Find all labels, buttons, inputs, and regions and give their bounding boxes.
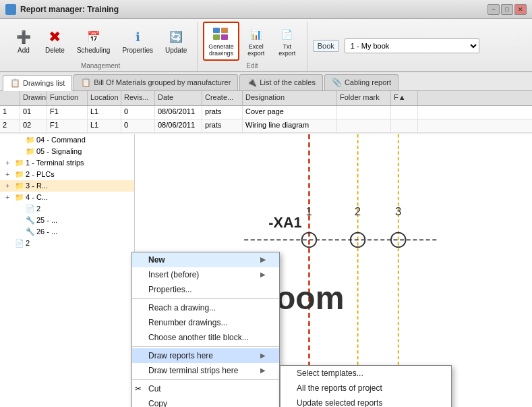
expand-icon: + (5, 182, 13, 190)
doc-icon: 📄 (26, 205, 35, 213)
tab-bill-of-materials[interactable]: 📋 Bill Of Materials grouped by manufactu… (73, 74, 238, 90)
reports-submenu: Select templates... All the reports of p… (280, 365, 452, 407)
row2-num: 2 (0, 119, 20, 132)
folder-icon: 📁 (26, 136, 35, 144)
expand-icon: + (5, 159, 13, 167)
delete-button[interactable]: ✖ Delete (40, 25, 69, 57)
excel-export-label: Excelexport (247, 44, 264, 57)
submenu-all-reports[interactable]: All the reports of project (280, 381, 451, 396)
row1-revision: 0 (121, 106, 155, 119)
maximize-button[interactable]: □ (501, 4, 513, 15)
tree-label: 2 (26, 239, 30, 247)
ctx-cut[interactable]: ✂ Cut (132, 381, 279, 396)
tree-panel: 📁 04 - Command 📁 05 - Signaling + 📁 1 - … (0, 134, 135, 407)
col-folder: Folder mark (337, 91, 391, 105)
management-buttons: ➕ Add ✖ Delete 📅 Scheduling ℹ Properties… (9, 22, 191, 61)
scheduling-button[interactable]: 📅 Scheduling (72, 25, 115, 57)
scheduling-label: Scheduling (77, 47, 110, 55)
ctx-properties[interactable]: Properties... (132, 282, 279, 297)
minimize-button[interactable]: − (487, 4, 500, 15)
ctx-copy[interactable]: Copy (132, 396, 279, 407)
tool-icon: 🔧 (26, 216, 35, 225)
row1-f (391, 106, 418, 119)
ctx-insert-before[interactable]: Insert (before) ▶ (132, 267, 279, 282)
tab-cabling-report[interactable]: 📎 Cabling report (324, 74, 398, 90)
row2-creator: prats (202, 119, 243, 132)
tree-item[interactable]: + 📁 2 - PLCs (0, 169, 134, 180)
txt-export-button[interactable]: 📄 Txtexport (273, 22, 301, 60)
row1-drawing: 01 (20, 106, 47, 119)
row1-num: 1 (0, 106, 20, 119)
submenu-select-templates[interactable]: Select templates... (280, 366, 451, 381)
ctx-copy-label: Copy (148, 399, 167, 407)
tree-item-selected[interactable]: + 📁 3 - R... (0, 180, 134, 192)
ctx-draw-reports[interactable]: Draw reports here ▶ (132, 348, 279, 363)
txt-export-icon: 📄 (278, 25, 297, 44)
row2-designation: Wiring line diagram (243, 119, 337, 132)
update-button[interactable]: 🔄 Update (160, 25, 191, 57)
tree-item[interactable]: 📄 2 (0, 203, 134, 215)
excel-export-icon: 📊 (247, 25, 266, 44)
properties-label: Properties (122, 47, 153, 55)
tree-label: 2 (36, 205, 40, 213)
draw-terminal-arrow-icon: ▶ (260, 367, 266, 374)
ctx-separator-2 (132, 346, 279, 347)
tab-drawings-list[interactable]: 📋 Drawings list (3, 75, 72, 91)
svg-text:-XA1: -XA1 (268, 214, 301, 231)
select-templates-label: Select templates... (297, 369, 363, 378)
folder-icon: 📁 (15, 170, 24, 179)
tree-label: 04 - Command (36, 136, 86, 144)
excel-export-button[interactable]: 📊 Excelexport (242, 22, 270, 60)
generate-drawings-button[interactable]: Generatedrawings (203, 22, 239, 61)
row1-designation: Cover page (243, 106, 337, 119)
row1-location: L1 (88, 106, 121, 119)
ctx-renumber[interactable]: Renumber drawings... (132, 315, 279, 330)
drawings-list-tab-icon: 📋 (10, 78, 20, 88)
tree-item[interactable]: 📁 04 - Command (0, 134, 134, 146)
ctx-reach-drawing[interactable]: Reach a drawing... (132, 300, 279, 315)
ribbon: ➕ Add ✖ Delete 📅 Scheduling ℹ Properties… (0, 19, 532, 72)
table-row[interactable]: 2 02 F1 L1 0 08/06/2011 prats Wiring lin… (0, 119, 532, 133)
ctx-separator-3 (132, 379, 279, 380)
row2-revision: 0 (121, 119, 155, 132)
row2-function: F1 (47, 119, 88, 132)
ctx-choose-title[interactable]: Choose another title block... (132, 330, 279, 345)
col-location: Location (88, 91, 121, 105)
ribbon-group-edit: Generatedrawings 📊 Excelexport 📄 Txtexpo… (198, 22, 307, 71)
ctx-separator-1 (132, 298, 279, 299)
expand-icon: + (5, 193, 13, 201)
add-button[interactable]: ➕ Add (9, 25, 38, 57)
row1-date: 08/06/2011 (155, 106, 202, 119)
ctx-new[interactable]: New ▶ (132, 252, 279, 267)
tree-item[interactable]: + 📁 1 - Terminal strips (0, 157, 134, 169)
svg-rect-2 (213, 34, 220, 40)
row1-folder (337, 106, 391, 119)
properties-icon: ℹ (128, 28, 147, 47)
close-button[interactable]: ✕ (514, 4, 527, 15)
window-controls: − □ ✕ (487, 4, 527, 15)
cabling-tab-icon: 📎 (332, 78, 342, 87)
tab-list-of-cables[interactable]: 🔌 List of the cables (239, 74, 323, 90)
ctx-draw-terminal[interactable]: Draw terminal strips here ▶ (132, 363, 279, 378)
tree-item[interactable]: 📁 05 - Signaling (0, 146, 134, 157)
tree-label: 2 - PLCs (26, 170, 55, 178)
tool-icon: 🔧 (26, 227, 35, 236)
col-f: F▲ (391, 91, 418, 105)
submenu-update-selected[interactable]: Update selected reports (280, 396, 451, 407)
ctx-insert-label: Insert (before) (148, 270, 199, 279)
col-creator: Create... (202, 91, 243, 105)
tree-item[interactable]: + 📁 4 - C... (0, 192, 134, 203)
col-drawing: Drawing (20, 91, 47, 105)
edit-group-label: Edit (246, 62, 258, 70)
tree-item[interactable]: 🔧 25 - ... (0, 215, 134, 226)
doc-icon: 📄 (15, 239, 24, 248)
txt-export-label: Txtexport (278, 44, 295, 57)
tree-item[interactable]: 📄 2 (0, 238, 134, 249)
tree-item[interactable]: 🔧 26 - ... (0, 226, 134, 238)
properties-button[interactable]: ℹ Properties (117, 25, 158, 57)
book-select[interactable]: 1 - My book (345, 38, 479, 53)
bill-tab-icon: 📋 (81, 78, 91, 87)
cut-icon: ✂ (135, 384, 142, 394)
col-date: Date (155, 91, 202, 105)
table-row[interactable]: 1 01 F1 L1 0 08/06/2011 prats Cover page (0, 106, 532, 119)
